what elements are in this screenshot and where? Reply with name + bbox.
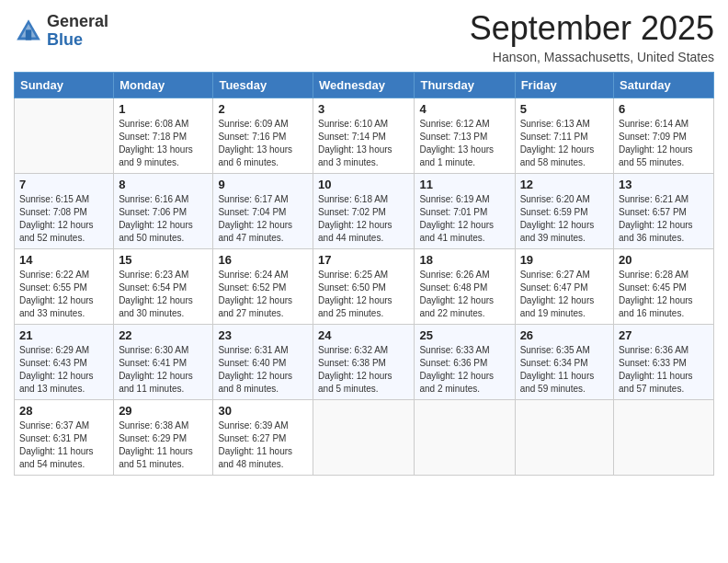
page: General Blue September 2025 Hanson, Mass…: [0, 0, 728, 563]
table-row: 18Sunrise: 6:26 AM Sunset: 6:48 PM Dayli…: [415, 249, 515, 325]
day-number: 27: [619, 328, 709, 342]
table-row: 4Sunrise: 6:12 AM Sunset: 7:13 PM Daylig…: [415, 98, 515, 174]
col-monday: Monday: [114, 73, 213, 98]
day-info: Sunrise: 6:24 AM Sunset: 6:52 PM Dayligh…: [218, 269, 308, 320]
table-row: 30Sunrise: 6:39 AM Sunset: 6:27 PM Dayli…: [213, 400, 313, 476]
day-info: Sunrise: 6:15 AM Sunset: 7:08 PM Dayligh…: [19, 193, 108, 245]
day-number: 14: [19, 253, 108, 267]
day-number: 15: [119, 253, 208, 267]
table-row: 13Sunrise: 6:21 AM Sunset: 6:57 PM Dayli…: [614, 174, 714, 249]
day-number: 18: [419, 253, 509, 267]
table-row: 21Sunrise: 6:29 AM Sunset: 6:43 PM Dayli…: [15, 325, 114, 400]
calendar-week-row: 14Sunrise: 6:22 AM Sunset: 6:55 PM Dayli…: [15, 249, 714, 325]
table-row: 17Sunrise: 6:25 AM Sunset: 6:50 PM Dayli…: [313, 249, 415, 325]
day-info: Sunrise: 6:38 AM Sunset: 6:29 PM Dayligh…: [119, 419, 208, 471]
table-row: 23Sunrise: 6:31 AM Sunset: 6:40 PM Dayli…: [213, 325, 313, 400]
day-number: 7: [19, 178, 108, 191]
table-row: 14Sunrise: 6:22 AM Sunset: 6:55 PM Dayli…: [15, 249, 114, 325]
day-info: Sunrise: 6:21 AM Sunset: 6:57 PM Dayligh…: [619, 193, 709, 245]
table-row: [313, 400, 415, 476]
table-row: 3Sunrise: 6:10 AM Sunset: 7:14 PM Daylig…: [313, 98, 415, 174]
table-row: 7Sunrise: 6:15 AM Sunset: 7:08 PM Daylig…: [15, 174, 114, 249]
day-info: Sunrise: 6:08 AM Sunset: 7:18 PM Dayligh…: [119, 118, 208, 169]
logo-icon: [14, 17, 43, 46]
day-info: Sunrise: 6:18 AM Sunset: 7:02 PM Dayligh…: [318, 193, 409, 245]
day-info: Sunrise: 6:39 AM Sunset: 6:27 PM Dayligh…: [218, 419, 308, 471]
calendar-week-row: 1Sunrise: 6:08 AM Sunset: 7:18 PM Daylig…: [15, 98, 714, 174]
day-number: 1: [119, 102, 208, 116]
day-number: 21: [19, 328, 108, 342]
table-row: 11Sunrise: 6:19 AM Sunset: 7:01 PM Dayli…: [415, 174, 515, 249]
day-number: 20: [619, 253, 709, 267]
table-row: [614, 400, 714, 476]
day-info: Sunrise: 6:37 AM Sunset: 6:31 PM Dayligh…: [19, 419, 108, 471]
day-info: Sunrise: 6:29 AM Sunset: 6:43 PM Dayligh…: [19, 344, 108, 396]
table-row: 5Sunrise: 6:13 AM Sunset: 7:11 PM Daylig…: [515, 98, 613, 174]
table-row: 1Sunrise: 6:08 AM Sunset: 7:18 PM Daylig…: [114, 98, 213, 174]
table-row: 22Sunrise: 6:30 AM Sunset: 6:41 PM Dayli…: [114, 325, 213, 400]
table-row: 28Sunrise: 6:37 AM Sunset: 6:31 PM Dayli…: [15, 400, 114, 476]
calendar-week-row: 21Sunrise: 6:29 AM Sunset: 6:43 PM Dayli…: [15, 325, 714, 400]
day-info: Sunrise: 6:27 AM Sunset: 6:47 PM Dayligh…: [520, 269, 609, 320]
day-number: 11: [419, 178, 509, 191]
table-row: 20Sunrise: 6:28 AM Sunset: 6:45 PM Dayli…: [614, 249, 714, 325]
calendar-week-row: 7Sunrise: 6:15 AM Sunset: 7:08 PM Daylig…: [15, 174, 714, 249]
day-number: 24: [318, 328, 409, 342]
table-row: [515, 400, 613, 476]
location: Hanson, Massachusetts, United States: [470, 50, 714, 64]
day-info: Sunrise: 6:19 AM Sunset: 7:01 PM Dayligh…: [419, 193, 509, 245]
day-number: 16: [218, 253, 308, 267]
day-info: Sunrise: 6:09 AM Sunset: 7:16 PM Dayligh…: [218, 118, 308, 169]
day-number: 28: [19, 404, 108, 418]
table-row: 29Sunrise: 6:38 AM Sunset: 6:29 PM Dayli…: [114, 400, 213, 476]
day-info: Sunrise: 6:28 AM Sunset: 6:45 PM Dayligh…: [619, 269, 709, 320]
table-row: 2Sunrise: 6:09 AM Sunset: 7:16 PM Daylig…: [213, 98, 313, 174]
day-info: Sunrise: 6:16 AM Sunset: 7:06 PM Dayligh…: [119, 193, 208, 245]
table-row: 8Sunrise: 6:16 AM Sunset: 7:06 PM Daylig…: [114, 174, 213, 249]
day-info: Sunrise: 6:30 AM Sunset: 6:41 PM Dayligh…: [119, 344, 208, 396]
col-thursday: Thursday: [415, 73, 515, 98]
logo-general-text: General: [47, 13, 108, 31]
day-info: Sunrise: 6:32 AM Sunset: 6:38 PM Dayligh…: [318, 344, 409, 396]
table-row: [15, 98, 114, 174]
day-number: 22: [119, 328, 208, 342]
calendar-week-row: 28Sunrise: 6:37 AM Sunset: 6:31 PM Dayli…: [15, 400, 714, 476]
day-number: 17: [318, 253, 409, 267]
logo: General Blue: [14, 13, 108, 50]
day-info: Sunrise: 6:14 AM Sunset: 7:09 PM Dayligh…: [619, 118, 709, 169]
title-block: September 2025 Hanson, Massachusetts, Un…: [470, 9, 714, 64]
logo-text: General Blue: [47, 13, 108, 50]
day-number: 8: [119, 178, 208, 191]
table-row: [415, 400, 515, 476]
day-info: Sunrise: 6:17 AM Sunset: 7:04 PM Dayligh…: [218, 193, 308, 245]
svg-rect-2: [26, 29, 31, 40]
day-info: Sunrise: 6:36 AM Sunset: 6:33 PM Dayligh…: [619, 344, 709, 396]
month-title: September 2025: [470, 9, 714, 48]
table-row: 9Sunrise: 6:17 AM Sunset: 7:04 PM Daylig…: [213, 174, 313, 249]
day-info: Sunrise: 6:23 AM Sunset: 6:54 PM Dayligh…: [119, 269, 208, 320]
day-number: 10: [318, 178, 409, 191]
day-info: Sunrise: 6:26 AM Sunset: 6:48 PM Dayligh…: [419, 269, 509, 320]
day-info: Sunrise: 6:31 AM Sunset: 6:40 PM Dayligh…: [218, 344, 308, 396]
day-number: 30: [218, 404, 308, 418]
col-wednesday: Wednesday: [313, 73, 415, 98]
day-number: 3: [318, 102, 409, 116]
day-info: Sunrise: 6:20 AM Sunset: 6:59 PM Dayligh…: [520, 193, 609, 245]
calendar-table: Sunday Monday Tuesday Wednesday Thursday…: [14, 72, 714, 476]
header-row: Sunday Monday Tuesday Wednesday Thursday…: [15, 73, 714, 98]
day-number: 19: [520, 253, 609, 267]
day-info: Sunrise: 6:35 AM Sunset: 6:34 PM Dayligh…: [520, 344, 609, 396]
table-row: 19Sunrise: 6:27 AM Sunset: 6:47 PM Dayli…: [515, 249, 613, 325]
day-number: 13: [619, 178, 709, 191]
table-row: 6Sunrise: 6:14 AM Sunset: 7:09 PM Daylig…: [614, 98, 714, 174]
day-info: Sunrise: 6:13 AM Sunset: 7:11 PM Dayligh…: [520, 118, 609, 169]
col-friday: Friday: [515, 73, 613, 98]
day-number: 29: [119, 404, 208, 418]
day-number: 23: [218, 328, 308, 342]
day-number: 26: [520, 328, 609, 342]
day-number: 5: [520, 102, 609, 116]
col-tuesday: Tuesday: [213, 73, 313, 98]
day-number: 6: [619, 102, 709, 116]
logo-blue-text: Blue: [47, 31, 108, 50]
day-info: Sunrise: 6:33 AM Sunset: 6:36 PM Dayligh…: [419, 344, 509, 396]
